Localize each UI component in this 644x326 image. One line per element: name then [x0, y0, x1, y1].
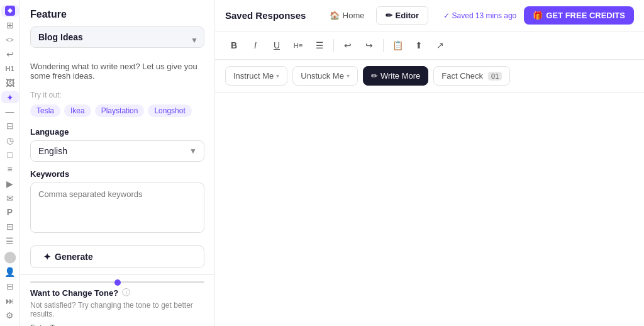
generate-button[interactable]: ✦ Generate: [30, 245, 204, 268]
tone-description: Not satisfied? Try changing the tone to …: [30, 301, 204, 318]
edit-icon: ✏: [386, 11, 392, 20]
nav-editor-label: Editor: [396, 11, 419, 20]
tone-title: Want to Change Tone?: [30, 288, 118, 298]
feature-select-wrapper: Blog Ideas Blog Post Article Social Medi…: [20, 26, 214, 54]
sidebar-logo-icon[interactable]: [1, 5, 19, 17]
sidebar-table-icon[interactable]: ⊟: [1, 221, 19, 233]
keywords-group: Keywords: [20, 166, 214, 239]
instruct-me-chevron-icon: ▾: [276, 72, 279, 79]
check-icon: ✓: [443, 11, 450, 20]
share-button[interactable]: ↗: [431, 37, 449, 54]
try-label: Try it out:: [20, 86, 214, 102]
credits-button[interactable]: 🎁 GET FREE CREDITS: [524, 6, 634, 25]
sidebar-p-icon[interactable]: P: [1, 206, 19, 218]
wand-icon: ✦: [43, 252, 51, 262]
home-icon: 🏠: [330, 11, 340, 20]
sidebar-image-icon[interactable]: 🖼: [1, 77, 19, 89]
write-more-icon: ✏: [371, 71, 378, 81]
sidebar-video-icon[interactable]: ▶: [1, 177, 19, 189]
sidebar-layout-icon[interactable]: ⊞: [1, 20, 19, 31]
unstuck-me-chevron-icon: ▾: [347, 72, 350, 79]
keywords-input[interactable]: [30, 183, 204, 233]
sidebar-magic-icon[interactable]: ✦: [1, 91, 19, 103]
write-more-label: Write More: [380, 71, 420, 81]
generate-label: Generate: [55, 252, 93, 262]
nav-home-label: Home: [343, 11, 365, 20]
tag-playstation[interactable]: Playstation: [95, 104, 145, 117]
write-more-button[interactable]: ✏ Write More: [363, 66, 428, 86]
unstuck-me-label: Unstuck Me: [301, 71, 344, 81]
tone-header: Want to Change Tone? ⓘ: [30, 287, 204, 298]
saved-badge: ✓ Saved 13 mins ago: [443, 11, 517, 20]
sidebar-undo-icon[interactable]: ↩: [1, 48, 19, 60]
right-panel: Saved Responses 🏠 Home ✏ Editor ✓ Saved …: [215, 0, 644, 326]
language-group: Language English Spanish French German ▼: [20, 123, 214, 166]
panel-title: Feature: [20, 0, 214, 26]
fact-check-badge: 01: [488, 72, 502, 81]
keywords-label: Keywords: [30, 169, 204, 179]
toolbar-separator: [333, 39, 334, 52]
tag-ikea[interactable]: Ikea: [64, 104, 91, 117]
underline-button[interactable]: U: [268, 37, 286, 54]
sidebar-stack-icon[interactable]: ⊟: [1, 280, 19, 292]
credits-label: GET FREE CREDITS: [546, 11, 625, 20]
fact-check-button[interactable]: Fact Check 01: [433, 66, 510, 86]
sidebar-user-icon[interactable]: 👤: [1, 266, 19, 278]
language-select[interactable]: English Spanish French German: [30, 140, 204, 162]
instruct-me-label: Instruct Me: [233, 71, 274, 81]
tone-slider-row: [30, 281, 204, 283]
toolbar-separator-2: [383, 39, 384, 52]
editor-content[interactable]: [215, 93, 644, 326]
nav-editor-button[interactable]: ✏ Editor: [376, 6, 429, 25]
feature-select[interactable]: Blog Ideas Blog Post Article Social Medi…: [30, 26, 204, 48]
editor-title: Saved Responses: [225, 10, 306, 21]
enter-tone-label: Enter Tone: [30, 323, 204, 326]
tone-section: Want to Change Tone? ⓘ Not satisfied? Tr…: [20, 274, 214, 326]
toolbar: B I U H≡ ☰ ↩ ↪ 📋 ⬆ ↗: [215, 31, 644, 60]
unstuck-me-button[interactable]: Unstuck Me ▾: [292, 66, 358, 86]
fact-check-label: Fact Check: [441, 71, 483, 81]
list-button[interactable]: ☰: [311, 37, 328, 54]
undo-button[interactable]: ↩: [339, 37, 357, 54]
italic-button[interactable]: I: [247, 37, 264, 54]
tone-help-icon[interactable]: ⓘ: [122, 287, 130, 298]
sidebar-heading-icon[interactable]: H1: [1, 62, 19, 74]
left-panel: Feature Blog Ideas Blog Post Article Soc…: [20, 0, 215, 326]
tags-row: Tesla Ikea Playstation Longshot: [20, 102, 214, 123]
redo-button[interactable]: ↪: [360, 37, 378, 54]
action-buttons: Instruct Me ▾ Unstuck Me ▾ ✏ Write More …: [215, 60, 644, 93]
nav-home-button[interactable]: 🏠 Home: [321, 7, 374, 24]
sidebar-mail-icon[interactable]: ✉: [1, 192, 19, 204]
sidebar-box-icon[interactable]: □: [1, 149, 19, 161]
sidebar-clock-icon[interactable]: ◷: [1, 135, 19, 147]
sidebar-code-icon[interactable]: <>: [1, 34, 19, 46]
sidebar: ⊞ <> ↩ H1 🖼 ✦ — ⊟ ◷ □ ≡ ▶ ✉ P ⊟ ☰ ⬤ 👤 ⊟ …: [0, 0, 20, 326]
sidebar-divider-icon[interactable]: —: [1, 106, 19, 118]
sidebar-list-icon[interactable]: ☰: [1, 235, 19, 247]
heading-button[interactable]: H≡: [289, 37, 307, 54]
suggestion-text: Wondering what to write next? Let us giv…: [20, 59, 214, 86]
upload-button[interactable]: ⬆: [410, 37, 428, 54]
sidebar-grid-icon[interactable]: ⊟: [1, 120, 19, 132]
saved-text: Saved 13 mins ago: [452, 11, 517, 20]
editor-top-bar: Saved Responses 🏠 Home ✏ Editor ✓ Saved …: [215, 0, 644, 31]
gift-icon: 🎁: [533, 11, 543, 20]
sidebar-media-icon[interactable]: ⏭: [1, 295, 19, 306]
copy-button[interactable]: 📋: [389, 37, 406, 54]
language-select-wrapper: English Spanish French German ▼: [30, 140, 204, 162]
instruct-me-button[interactable]: Instruct Me ▾: [225, 66, 287, 86]
bold-button[interactable]: B: [225, 37, 243, 54]
language-label: Language: [30, 127, 204, 137]
tag-longshot[interactable]: Longshot: [148, 104, 191, 117]
sidebar-settings-icon[interactable]: ⚙: [1, 309, 19, 321]
sidebar-layers-icon[interactable]: ≡: [1, 163, 19, 175]
tag-tesla[interactable]: Tesla: [30, 104, 60, 117]
sidebar-toggle-icon[interactable]: ⬤: [1, 250, 19, 264]
editor-nav: 🏠 Home ✏ Editor: [321, 6, 428, 25]
